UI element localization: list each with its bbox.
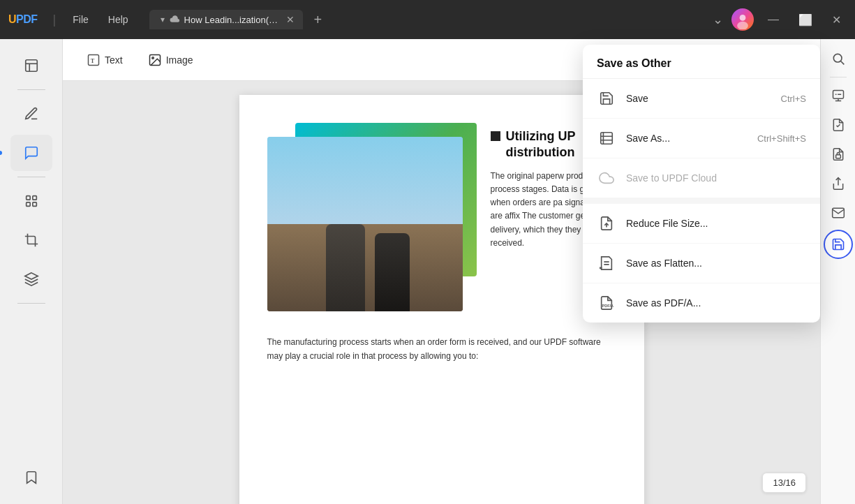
user-avatar[interactable] (731, 8, 754, 31)
sidebar-item-pages[interactable] (10, 183, 52, 219)
flatten-icon (597, 253, 616, 273)
active-indicator (0, 151, 2, 155)
tab-close-icon[interactable]: ✕ (286, 14, 295, 25)
svg-text:PDF/A: PDF/A (602, 304, 614, 308)
sidebar-item-layers[interactable] (10, 261, 52, 297)
svg-line-16 (840, 61, 844, 65)
image-tool-label: Image (166, 54, 193, 66)
menu-help[interactable]: Help (101, 11, 135, 28)
save-as-divider (583, 198, 820, 204)
email-button[interactable] (826, 200, 851, 225)
search-button[interactable] (826, 46, 851, 71)
sidebar-item-bookmark[interactable] (10, 459, 52, 496)
active-tab[interactable]: ▾ How Leadin...ization(1)* ✕ (149, 10, 303, 29)
save-flatten-item[interactable]: Save as Flatten... (583, 244, 820, 283)
reduce-file-size-label: Reduce File Size... (626, 218, 708, 229)
svg-rect-9 (32, 202, 36, 207)
convert-button[interactable] (826, 112, 851, 138)
titlebar: UPDF | File Help ▾ How Leadin...ization(… (0, 0, 855, 39)
compress-icon (597, 214, 616, 233)
protect-button[interactable] (826, 142, 851, 167)
save-button[interactable] (824, 230, 853, 259)
right-sidebar (820, 39, 855, 504)
save-shortcut: Ctrl+S (781, 94, 806, 104)
svg-rect-3 (25, 60, 37, 72)
page-counter: 13/16 (762, 473, 806, 493)
pdf-body-text: The manufacturing process starts when an… (267, 335, 616, 364)
maximize-button[interactable]: ⬜ (793, 12, 818, 28)
save-as-label: Save As... (626, 133, 670, 144)
text-tool-label: Text (105, 54, 123, 66)
save-as-icon (597, 128, 616, 148)
left-sidebar (0, 39, 63, 504)
save-pdfa-label: Save as PDF/A... (626, 297, 701, 309)
save-icon (597, 89, 616, 108)
heading-icon (491, 131, 500, 141)
tab-cloud-icon (169, 15, 180, 25)
svg-rect-6 (26, 196, 30, 200)
tab-title: How Leadin...ization(1)* (184, 15, 279, 25)
minimize-button[interactable]: — (762, 12, 785, 27)
save-item[interactable]: Save Ctrl+S (583, 79, 820, 119)
svg-point-14 (152, 57, 154, 59)
svg-rect-21 (601, 133, 613, 144)
sidebar-divider-1 (17, 89, 45, 90)
image-tool-button[interactable]: Image (138, 49, 203, 71)
sidebar-item-edit[interactable] (10, 96, 52, 132)
share-button[interactable] (826, 171, 851, 196)
menu-file[interactable]: File (66, 11, 96, 28)
save-as-shortcut: Ctrl+Shift+S (757, 133, 806, 144)
svg-rect-8 (26, 202, 30, 207)
right-divider-1 (830, 77, 847, 77)
save-flatten-label: Save as Flatten... (626, 258, 702, 269)
sidebar-divider-2 (17, 177, 45, 177)
save-label: Save (626, 93, 648, 104)
tab-dropdown-icon[interactable]: ▾ (161, 15, 165, 24)
cloud-icon (597, 168, 616, 188)
save-cloud-item[interactable]: Save to UPDF Cloud (583, 158, 820, 198)
svg-rect-7 (32, 196, 36, 200)
svg-marker-10 (24, 273, 37, 279)
pdfa-icon: PDF/A (597, 293, 616, 313)
pdf-image (267, 123, 477, 318)
save-pdfa-item[interactable]: PDF/A Save as PDF/A... (583, 283, 820, 323)
sidebar-item-reader[interactable] (10, 47, 52, 84)
text-tool-button[interactable]: T Text (77, 49, 133, 71)
svg-point-15 (833, 54, 842, 62)
image-photo (267, 137, 463, 311)
ocr-button[interactable] (826, 83, 851, 108)
sidebar-item-crop[interactable] (10, 222, 52, 258)
pdf-image-area: Utilizing UP distribution The original p… (267, 123, 616, 318)
titlebar-right: ⌄ — ⬜ ✕ (713, 8, 847, 31)
tab-area: ▾ How Leadin...ization(1)* ✕ + (149, 10, 707, 29)
svg-point-1 (740, 15, 746, 21)
titlebar-separator: | (53, 13, 57, 27)
add-tab-button[interactable]: + (308, 10, 328, 29)
tabs-dropdown-button[interactable]: ⌄ (713, 12, 723, 27)
app-logo: UPDF (8, 13, 38, 26)
save-as-item[interactable]: Save As... Ctrl+Shift+S (583, 119, 820, 158)
save-cloud-label: Save to UPDF Cloud (626, 172, 717, 184)
svg-rect-18 (835, 155, 840, 158)
svg-text:T: T (91, 58, 95, 64)
sidebar-item-annotate[interactable] (10, 135, 52, 171)
save-as-panel: Save as Other Save Ctrl+S Save As... Ctr… (583, 45, 820, 323)
sidebar-divider-3 (17, 303, 45, 304)
reduce-file-size-item[interactable]: Reduce File Size... (583, 204, 820, 244)
save-as-title: Save as Other (583, 45, 820, 79)
close-window-button[interactable]: ✕ (826, 12, 847, 28)
